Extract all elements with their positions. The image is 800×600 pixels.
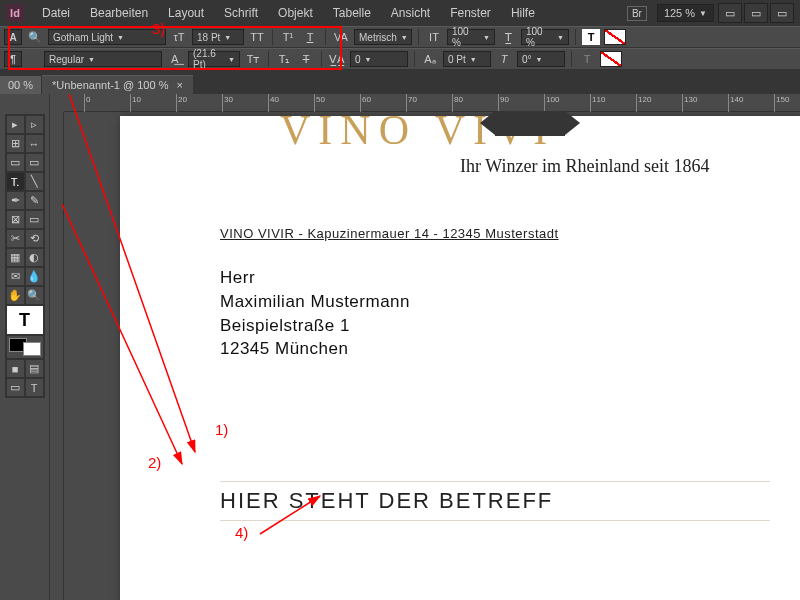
- addr-line: 12345 München: [220, 337, 410, 361]
- annotation-label-4: 4): [235, 524, 248, 541]
- pen-tool[interactable]: ✒: [6, 191, 25, 210]
- hscale-select[interactable]: 100 %▼: [521, 29, 569, 45]
- bridge-icon[interactable]: Br: [627, 6, 647, 21]
- skew-select[interactable]: 0°▼: [517, 51, 565, 67]
- vscale-icon: IT: [425, 29, 443, 45]
- scissors-tool[interactable]: ✂: [6, 229, 25, 248]
- toolbox: ▸▹ ⊞↔ ▭▭ T.╲ ✒✎ ⊠▭ ✂⟲ ▦◐ ✉💧 ✋🔍 T ■▤ ▭T: [0, 94, 50, 600]
- type-tool[interactable]: T.: [6, 172, 25, 191]
- vscale-value: 100 %: [452, 26, 479, 48]
- font-family-select[interactable]: Gotham Light▼: [48, 29, 166, 45]
- rectangle-frame-tool[interactable]: ⊠: [6, 210, 25, 229]
- font-size-icon: τT: [170, 29, 188, 45]
- menu-schrift[interactable]: Schrift: [214, 6, 268, 20]
- brand-emblem: [495, 111, 565, 136]
- note-tool[interactable]: ✉: [6, 267, 25, 286]
- menu-ansicht[interactable]: Ansicht: [381, 6, 440, 20]
- menu-fenster[interactable]: Fenster: [440, 6, 501, 20]
- gap-tool[interactable]: ↔: [25, 134, 44, 153]
- page-tool[interactable]: ⊞: [6, 134, 25, 153]
- skew-icon: T: [495, 51, 513, 67]
- document-tabbar: 00 % *Unbenannt-1 @ 100 % ×: [0, 70, 800, 94]
- eyedropper-tool[interactable]: 💧: [25, 267, 44, 286]
- menu-tabelle[interactable]: Tabelle: [323, 6, 381, 20]
- close-tab-icon[interactable]: ×: [176, 79, 182, 91]
- underline-icon[interactable]: T: [301, 29, 319, 45]
- recipient-address: Herr Maximilian Mustermann Beispielstraß…: [220, 266, 410, 361]
- selection-tool[interactable]: ▸: [6, 115, 25, 134]
- document-page: VINO VIVI Ihr Winzer im Rheinland seit 1…: [120, 116, 800, 600]
- direct-selection-tool[interactable]: ▹: [25, 115, 44, 134]
- zoom-value: 125 %: [664, 7, 695, 19]
- annotation-label-1: 1): [215, 421, 228, 438]
- arrange-icon[interactable]: ▭: [770, 3, 794, 23]
- view-normal[interactable]: ▭: [6, 378, 25, 397]
- menu-layout[interactable]: Layout: [158, 6, 214, 20]
- subject-frame[interactable]: HIER STEHT DER BETREFF: [220, 481, 770, 521]
- annotation-label-3: 3): [152, 20, 165, 37]
- vertical-ruler: [50, 112, 64, 600]
- vscale-select[interactable]: 100 %▼: [447, 29, 495, 45]
- fill-text-icon[interactable]: T: [582, 29, 600, 45]
- apply-color[interactable]: ■: [6, 359, 25, 378]
- format-text-indicator[interactable]: T: [6, 305, 44, 335]
- kerning-value: Metrisch: [359, 32, 397, 43]
- annotation-label-2: 2): [148, 454, 161, 471]
- menu-objekt[interactable]: Objekt: [268, 6, 323, 20]
- apply-gradient[interactable]: ▤: [25, 359, 44, 378]
- content-placer-tool[interactable]: ▭: [25, 153, 44, 172]
- strike-icon[interactable]: T: [297, 51, 315, 67]
- tab-title: *Unbenannt-1 @ 100 %: [52, 79, 168, 91]
- leading-value: (21.6 Pt): [193, 48, 224, 70]
- zoom-tool[interactable]: 🔍: [25, 286, 44, 305]
- search-icon: 🔍: [26, 29, 44, 45]
- smallcaps-icon[interactable]: Tᴛ: [244, 51, 262, 67]
- gradient-feather-tool[interactable]: ◐: [25, 248, 44, 267]
- font-style-select[interactable]: Regular▼: [44, 51, 162, 67]
- addr-line: Herr: [220, 266, 410, 290]
- skew-value: 0°: [522, 54, 532, 65]
- addr-line: Beispielstraße 1: [220, 314, 410, 338]
- hscale-value: 100 %: [526, 26, 553, 48]
- tab-zoom-indicator: 00 %: [0, 76, 42, 94]
- free-transform-tool[interactable]: ⟲: [25, 229, 44, 248]
- chevron-down-icon: ▼: [699, 9, 707, 18]
- sender-line: VINO VIVIR - Kapuzinermauer 14 - 12345 M…: [220, 226, 559, 241]
- control-bar-row2: ¶ Regular▼ A͟ (21.6 Pt)▼ Tᴛ T₁ T V̲A̲ 0▼…: [0, 48, 800, 70]
- stroke-swatch[interactable]: [600, 51, 622, 67]
- gradient-swatch-tool[interactable]: ▦: [6, 248, 25, 267]
- canvas[interactable]: 0102030405060708090100110120130140150 VI…: [50, 94, 800, 600]
- document-tab[interactable]: *Unbenannt-1 @ 100 % ×: [42, 75, 193, 94]
- subscript-icon[interactable]: T₁: [275, 51, 293, 67]
- fill-stroke-swatch[interactable]: [6, 335, 44, 359]
- baseline-value: 0 Pt: [448, 54, 466, 65]
- rectangle-tool[interactable]: ▭: [25, 210, 44, 229]
- baseline-select[interactable]: 0 Pt▼: [443, 51, 491, 67]
- tracking-select[interactable]: 0▼: [350, 51, 408, 67]
- content-collector-tool[interactable]: ▭: [6, 153, 25, 172]
- pencil-tool[interactable]: ✎: [25, 191, 44, 210]
- para-panel-icon[interactable]: ¶: [4, 51, 22, 67]
- tracking-value: 0: [355, 54, 361, 65]
- hscale-icon: T̲: [499, 29, 517, 45]
- screen-mode-icon[interactable]: ▭: [744, 3, 768, 23]
- view-preview[interactable]: T: [25, 378, 44, 397]
- font-family-value: Gotham Light: [53, 32, 113, 43]
- stroke-text-icon[interactable]: T: [578, 51, 596, 67]
- char-panel-icon[interactable]: A: [4, 29, 22, 45]
- fill-swatch[interactable]: [604, 29, 626, 45]
- superscript-icon[interactable]: T¹: [279, 29, 297, 45]
- line-tool[interactable]: ╲: [25, 172, 44, 191]
- view-mode-icon[interactable]: ▭: [718, 3, 742, 23]
- baseline-icon: Aₐ: [421, 51, 439, 67]
- tracking-icon: V̲A̲: [328, 51, 346, 67]
- menu-hilfe[interactable]: Hilfe: [501, 6, 545, 20]
- font-size-select[interactable]: 18 Pt▼: [192, 29, 244, 45]
- kerning-select[interactable]: Metrisch▼: [354, 29, 412, 45]
- zoom-level[interactable]: 125 %▼: [657, 4, 714, 22]
- hand-tool[interactable]: ✋: [6, 286, 25, 305]
- menu-datei[interactable]: Datei: [32, 6, 80, 20]
- menu-bearbeiten[interactable]: Bearbeiten: [80, 6, 158, 20]
- leading-select[interactable]: (21.6 Pt)▼: [188, 51, 240, 67]
- allcaps-icon[interactable]: TT: [248, 29, 266, 45]
